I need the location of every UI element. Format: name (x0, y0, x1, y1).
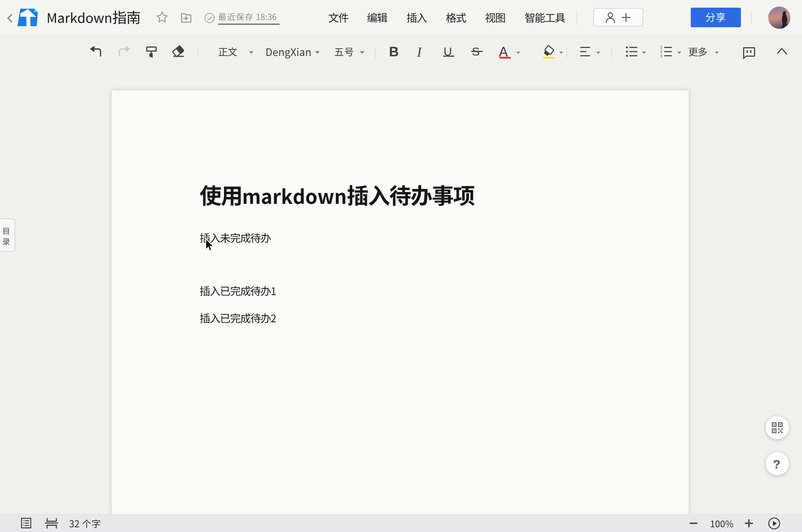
svg-text:2: 2 (660, 50, 662, 54)
svg-text:1: 1 (660, 46, 662, 49)
svg-text:3: 3 (660, 54, 662, 58)
